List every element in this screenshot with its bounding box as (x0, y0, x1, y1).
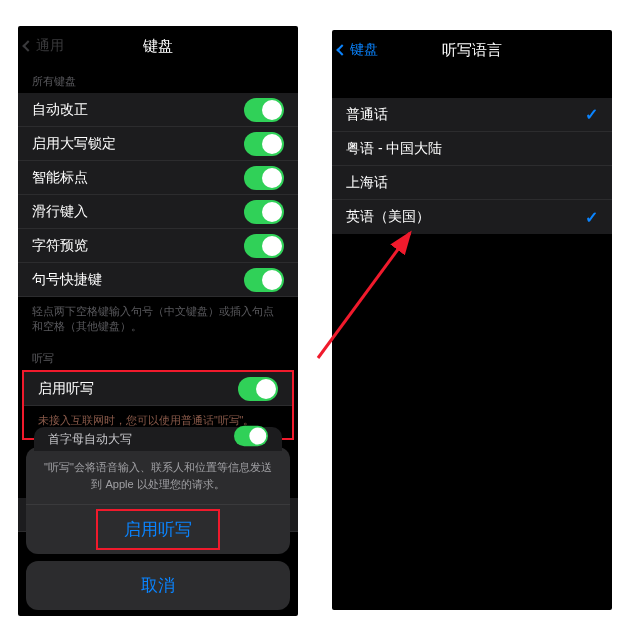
action-sheet: 首字母自动大写 "听写"会将语音输入、联系人和位置等信息发送到 Apple 以处… (26, 447, 290, 610)
row-smart-punct[interactable]: 智能标点 (18, 161, 298, 195)
toggle-char-preview[interactable] (244, 234, 284, 258)
lang-row-mandarin[interactable]: 普通话 ✓ (332, 98, 612, 132)
toggle-auto-correct[interactable] (244, 98, 284, 122)
row-char-preview[interactable]: 字符预览 (18, 229, 298, 263)
lang-row-cantonese[interactable]: 粤语 - 中国大陆 (332, 132, 612, 166)
chevron-left-icon (22, 40, 33, 51)
checkmark-icon: ✓ (585, 208, 598, 227)
row-label: 字符预览 (32, 237, 244, 255)
peek-label: 首字母自动大写 (48, 431, 132, 448)
lang-row-english-us[interactable]: 英语（美国） ✓ (332, 200, 612, 234)
toggle-slide-type[interactable] (244, 200, 284, 224)
row-label: 英语（美国） (346, 208, 585, 226)
row-auto-correct[interactable]: 自动改正 (18, 93, 298, 127)
row-label: 启用大写锁定 (32, 135, 244, 153)
back-button[interactable]: 键盘 (338, 30, 378, 70)
toggle-autocap[interactable] (234, 426, 268, 446)
toggle-smart-punct[interactable] (244, 166, 284, 190)
row-label: 滑行键入 (32, 203, 244, 221)
row-label: 自动改正 (32, 101, 244, 119)
section-header-dictation: 听写 (18, 343, 298, 370)
chevron-left-icon (336, 44, 347, 55)
section-header-all-keyboards: 所有键盘 (18, 66, 298, 93)
phone-keyboard-settings: 通用 键盘 所有键盘 自动改正 启用大写锁定 智能标点 滑行键入 字符预览 句号… (18, 26, 298, 616)
footer-note-keyboards: 轻点两下空格键输入句号（中文键盘）或插入句点和空格（其他键盘）。 (18, 297, 298, 343)
back-button[interactable]: 通用 (24, 26, 64, 66)
lang-row-shanghainese[interactable]: 上海话 (332, 166, 612, 200)
navbar-title: 键盘 (143, 37, 173, 56)
sheet-cancel-label: 取消 (141, 576, 175, 595)
spacer (332, 70, 612, 98)
row-label: 粤语 - 中国大陆 (346, 140, 598, 158)
row-label: 普通话 (346, 106, 585, 124)
toggle-enable-dictation[interactable] (238, 377, 278, 401)
sheet-group: "听写"会将语音输入、联系人和位置等信息发送到 Apple 以处理您的请求。 启… (26, 447, 290, 554)
navbar-title: 听写语言 (442, 41, 502, 60)
row-enable-dictation[interactable]: 启用听写 (24, 372, 292, 406)
checkmark-icon: ✓ (585, 105, 598, 124)
peek-row-autocap: 首字母自动大写 (34, 427, 282, 451)
sheet-cancel-button[interactable]: 取消 (26, 561, 290, 610)
back-label: 通用 (36, 37, 64, 55)
highlight-enable-button (96, 509, 220, 550)
row-period-shortcut[interactable]: 句号快捷键 (18, 263, 298, 297)
navbar: 通用 键盘 (18, 26, 298, 66)
row-slide-type[interactable]: 滑行键入 (18, 195, 298, 229)
row-label: 上海话 (346, 174, 598, 192)
toggle-period-shortcut[interactable] (244, 268, 284, 292)
back-label: 键盘 (350, 41, 378, 59)
sheet-enable-dictation-button[interactable]: 启用听写 (26, 504, 290, 554)
navbar: 键盘 听写语言 (332, 30, 612, 70)
row-label: 句号快捷键 (32, 271, 244, 289)
toggle-caps-lock[interactable] (244, 132, 284, 156)
row-caps-lock[interactable]: 启用大写锁定 (18, 127, 298, 161)
row-label: 智能标点 (32, 169, 244, 187)
phone-dictation-languages: 键盘 听写语言 普通话 ✓ 粤语 - 中国大陆 上海话 英语（美国） ✓ (332, 30, 612, 610)
row-label: 启用听写 (38, 380, 238, 398)
sheet-message: "听写"会将语音输入、联系人和位置等信息发送到 Apple 以处理您的请求。 (26, 447, 290, 504)
